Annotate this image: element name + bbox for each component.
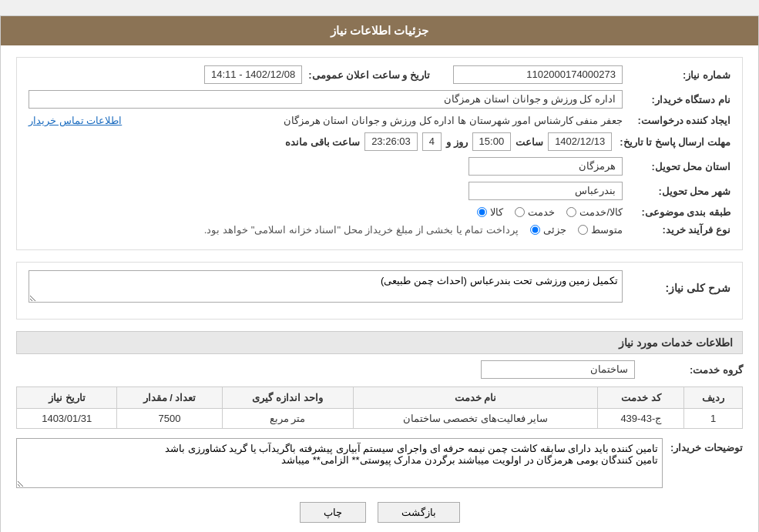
buyer-org-label: نام دستگاه خریدار:: [623, 94, 730, 105]
category-label-khedmat: خدمت: [528, 206, 555, 218]
province-label: استان محل تحویل:: [623, 161, 730, 172]
announce-date-label: تاریخ و ساعت اعلان عمومی:: [308, 69, 430, 81]
cell-row: 1: [684, 409, 743, 429]
request-number-value: 1102000174000273: [453, 65, 623, 84]
cell-code: ج-43-439: [598, 409, 684, 429]
back-button[interactable]: بازگشت: [378, 502, 460, 523]
category-label: طبقه بندی موضوعی:: [623, 206, 730, 218]
deadline-remaining-value: 23:26:03: [364, 132, 418, 151]
col-code: کد خدمت: [598, 387, 684, 409]
category-radio-group: کالا/خدمت خدمت کالا: [477, 206, 623, 218]
province-value: هرمزگان: [468, 157, 623, 176]
col-unit: واحد اندازه گیری: [222, 387, 353, 409]
service-group-value: ساختمان: [481, 360, 635, 379]
col-row: ردیف: [684, 387, 743, 409]
page-title: جزئیات اطلاعات نیاز: [331, 24, 428, 37]
cell-unit: متر مربع: [222, 409, 353, 429]
cell-date: 1403/01/31: [17, 409, 117, 429]
city-value: بندرعباس: [468, 182, 623, 200]
purchase-type-note: پرداخت تمام یا بخشی از مبلغ خریداز محل "…: [204, 224, 519, 236]
purchase-type-option-jozei[interactable]: جزئی: [530, 224, 566, 236]
table-row: 1 ج-43-439 سایر فعالیت‌های تخصصی ساختمان…: [17, 409, 743, 429]
col-date: تاریخ نیاز: [17, 387, 117, 409]
purchase-type-option-motavasset[interactable]: متوسط: [578, 224, 623, 236]
category-option-kala[interactable]: کالا: [477, 206, 503, 218]
category-option-kala-khedmat[interactable]: کالا/خدمت: [566, 206, 623, 218]
deadline-date-value: 1402/12/13: [548, 132, 612, 151]
purchase-type-label: نوع فرآیند خرید:: [623, 224, 730, 236]
cell-name: سایر فعالیت‌های تخصصی ساختمان: [353, 409, 598, 429]
service-group-label: گروه خدمت:: [635, 364, 743, 376]
requester-value: جعفر منفی کارشناس امور شهرستان ها اداره …: [128, 115, 623, 126]
days-label: روز و: [446, 136, 468, 148]
send-date-label: مهلت ارسال پاسخ تا تاریخ:: [612, 136, 730, 148]
deadline-time-value: 15:00: [472, 132, 512, 151]
page-header: جزئیات اطلاعات نیاز: [1, 16, 758, 45]
description-label: شرح کلی نیاز:: [623, 282, 730, 294]
description-textarea[interactable]: تکمیل زمین ورزشی تحت بندرعباس (احداث چمن…: [29, 270, 623, 303]
action-buttons: بازگشت چاپ: [16, 502, 743, 532]
buyer-org-value: اداره کل ورزش و جوانان استان هرمزگان: [29, 90, 623, 109]
col-qty: تعداد / مقدار: [117, 387, 222, 409]
purchase-type-label-jozei: جزئی: [543, 224, 566, 236]
announce-date-value: 1402/12/08 - 14:11: [204, 65, 302, 84]
notes-label: توضیحات خریدار:: [663, 438, 743, 453]
category-option-khedmat[interactable]: خدمت: [515, 206, 555, 218]
col-name: نام خدمت: [353, 387, 598, 409]
cell-qty: 7500: [117, 409, 222, 429]
deadline-days-value: 4: [422, 132, 442, 151]
service-info-title: اطلاعات خدمات مورد نیاز: [16, 331, 743, 354]
services-table: ردیف کد خدمت نام خدمت واحد اندازه گیری ت…: [16, 386, 743, 429]
notes-textarea[interactable]: تامین کننده باید دارای سابقه کاشت چمن نی…: [16, 438, 663, 488]
category-label-kala-khedmat: کالا/خدمت: [579, 206, 623, 218]
purchase-type-label-motavasset: متوسط: [591, 224, 623, 236]
time-label: ساعت: [516, 136, 543, 148]
remaining-label: ساعت باقی مانده: [285, 136, 360, 148]
purchase-type-radio-group: متوسط جزئی: [530, 224, 623, 236]
category-label-kala: کالا: [490, 206, 503, 218]
print-button[interactable]: چاپ: [300, 502, 366, 523]
request-number-label: شماره نیاز:: [623, 69, 730, 81]
city-label: شهر محل تحویل:: [623, 186, 730, 197]
requester-label: ایجاد کننده درخواست:: [623, 115, 730, 126]
contact-info-link[interactable]: اطلاعات تماس خریدار: [29, 115, 122, 126]
